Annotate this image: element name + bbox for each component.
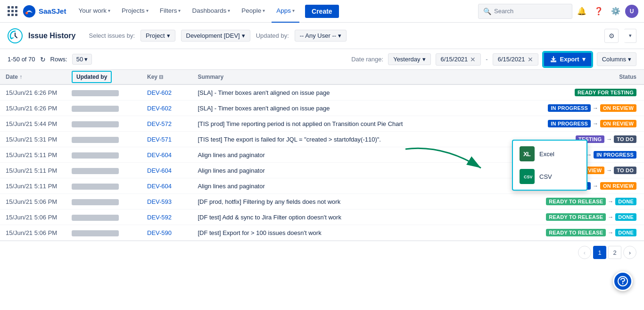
pagination-prev-button[interactable]: ‹: [578, 246, 591, 259]
settings-button[interactable]: ⚙️: [608, 4, 623, 19]
nav-dashboards[interactable]: Dashboards ▾: [187, 0, 235, 23]
cell-updated-by: [66, 178, 141, 194]
cell-date: 15/Jun/21 5:31 PM: [0, 132, 66, 147]
cell-date: 15/Jun/21 5:11 PM: [0, 147, 66, 163]
cell-updated-by: [66, 209, 141, 225]
status-badge-to: DONE: [615, 198, 636, 205]
brand-logo-link[interactable]: SaaSJet: [23, 5, 66, 18]
cell-summary: [SLA] - Timer boxes aren't aligned on is…: [192, 84, 497, 101]
cell-updated-by: [66, 194, 141, 209]
subheader-expand-button[interactable]: ▾: [624, 29, 636, 43]
col-header-key[interactable]: Key ⊟: [141, 70, 192, 84]
pagination-page-1[interactable]: 1: [593, 246, 606, 259]
project-filter-dropdown[interactable]: Project ▾: [140, 30, 175, 42]
create-button[interactable]: Create: [305, 5, 339, 18]
chevron-down-icon: ▾: [146, 8, 149, 13]
status-badge-to: DONE: [615, 213, 636, 221]
cell-status: IN PROGRESS→ON REVIEW: [498, 116, 644, 132]
top-navigation: SaaSJet Your work ▾ Projects ▾ Filters ▾…: [0, 0, 644, 23]
cell-key[interactable]: DEV-571: [141, 132, 192, 147]
cell-key[interactable]: DEV-602: [141, 101, 192, 116]
date-to-clear-button[interactable]: ✕: [528, 56, 533, 63]
cell-key[interactable]: DEV-604: [141, 147, 192, 163]
status-badge-from: READY TO RELEASE: [546, 229, 606, 236]
search-icon: 🔍: [483, 8, 491, 15]
col-header-status[interactable]: Status: [498, 70, 644, 84]
cell-date: 15/Jun/21 6:26 PM: [0, 84, 66, 101]
cell-date: 15/Jun/21 5:11 PM: [0, 163, 66, 178]
cell-date: 15/Jun/21 5:06 PM: [0, 194, 66, 209]
result-count: 1-50 of 70: [8, 56, 35, 63]
cell-key[interactable]: DEV-590: [141, 225, 192, 241]
nav-apps[interactable]: Apps ▾: [272, 0, 299, 23]
cell-key[interactable]: DEV-604: [141, 163, 192, 178]
status-arrow-icon: →: [593, 105, 598, 111]
table-row: 15/Jun/21 6:26 PMDEV-602[SLA] - Timer bo…: [0, 84, 644, 101]
cell-status: IN PROGRESS→ON REVIEW: [498, 101, 644, 116]
cell-status: READY TO RELEASE→DONE: [498, 194, 644, 209]
status-arrow-icon: →: [606, 136, 612, 142]
chevron-down-icon: ▾: [167, 32, 170, 39]
date-to-input[interactable]: 6/15/2021 ✕: [493, 53, 538, 66]
date-preset-dropdown[interactable]: Yesterday ▾: [388, 53, 430, 65]
any-user-dropdown[interactable]: -- Any User -- ▾: [295, 30, 347, 42]
user-avatar[interactable]: U: [625, 5, 638, 18]
cell-summary: [DF test] Add & sync to Jira Filter opti…: [192, 209, 497, 225]
cell-key[interactable]: DEV-604: [141, 178, 192, 194]
export-button[interactable]: Export ▾: [543, 52, 592, 67]
chevron-down-icon: ▾: [108, 8, 110, 13]
status-arrow-icon: →: [593, 183, 598, 189]
rows-per-page-select[interactable]: 50 ▾: [72, 54, 92, 65]
cell-updated-by: [66, 116, 141, 132]
svg-line-4: [15, 36, 17, 38]
export-dropdown: XL Excel CSV CSV: [512, 140, 587, 191]
table-row: 15/Jun/21 6:26 PMDEV-602[SLA] - Timer bo…: [0, 101, 644, 116]
date-from-input[interactable]: 6/15/2021 ✕: [436, 53, 481, 66]
pagination: ‹ 1 2 ›: [0, 241, 644, 264]
cell-status: READY TO RELEASE→DONE: [498, 209, 644, 225]
status-badge-to: DONE: [615, 229, 636, 236]
cell-date: 15/Jun/21 6:26 PM: [0, 101, 66, 116]
cell-updated-by: [66, 163, 141, 178]
cell-key[interactable]: DEV-572: [141, 116, 192, 132]
col-header-date[interactable]: Date ↑: [0, 70, 66, 84]
date-from-clear-button[interactable]: ✕: [470, 56, 476, 63]
chevron-down-icon: ▾: [178, 8, 181, 13]
brand-name: SaaSJet: [39, 7, 66, 15]
status-arrow-icon: →: [606, 167, 612, 174]
toolbar: 1-50 of 70 ↻ Rows: 50 ▾ Date range: Yest…: [0, 49, 644, 70]
col-header-summary[interactable]: Summary: [192, 70, 497, 84]
notifications-button[interactable]: 🔔: [574, 4, 589, 19]
apps-grid-button[interactable]: [6, 5, 19, 18]
nav-projects[interactable]: Projects ▾: [117, 0, 153, 23]
export-excel-option[interactable]: XL Excel: [513, 142, 586, 165]
nav-people[interactable]: People ▾: [237, 0, 270, 23]
export-icon: [550, 56, 557, 63]
updated-by-label: Updated by:: [256, 32, 289, 39]
svg-text:XL: XL: [523, 151, 531, 158]
issues-table-container: Date ↑ Updated by Key ⊟ Summary Status 1…: [0, 70, 644, 241]
help-button[interactable]: ❓: [591, 4, 606, 19]
columns-button[interactable]: Columns ▾: [597, 52, 636, 66]
status-badge-to: TO DO: [614, 135, 636, 143]
nav-your-work[interactable]: Your work ▾: [74, 0, 115, 23]
chevron-down-icon: ▾: [228, 8, 230, 13]
export-csv-option[interactable]: CSV CSV: [513, 165, 586, 188]
col-header-updated-by[interactable]: Updated by: [66, 70, 141, 84]
cell-key[interactable]: DEV-602: [141, 84, 192, 101]
search-box[interactable]: 🔍 Search: [478, 4, 572, 19]
cell-summary: Align lines and paginator: [192, 163, 497, 178]
refresh-button[interactable]: ↻: [40, 56, 46, 63]
cell-key[interactable]: DEV-592: [141, 209, 192, 225]
nav-filters[interactable]: Filters ▾: [155, 0, 186, 23]
subheader-settings-button[interactable]: ⚙: [604, 29, 619, 43]
svg-point-1: [25, 11, 28, 14]
status-badge-from: READY TO RELEASE: [546, 213, 606, 221]
table-row: 15/Jun/21 5:06 PMDEV-590[DF test] Export…: [0, 225, 644, 241]
status-arrow-icon: →: [608, 229, 613, 236]
pagination-page-2[interactable]: 2: [608, 246, 621, 259]
pagination-next-button[interactable]: ›: [623, 246, 636, 259]
dev-filter-dropdown[interactable]: Development [DEV] ▾: [181, 30, 250, 42]
cell-key[interactable]: DEV-593: [141, 194, 192, 209]
status-arrow-icon: →: [608, 198, 613, 205]
